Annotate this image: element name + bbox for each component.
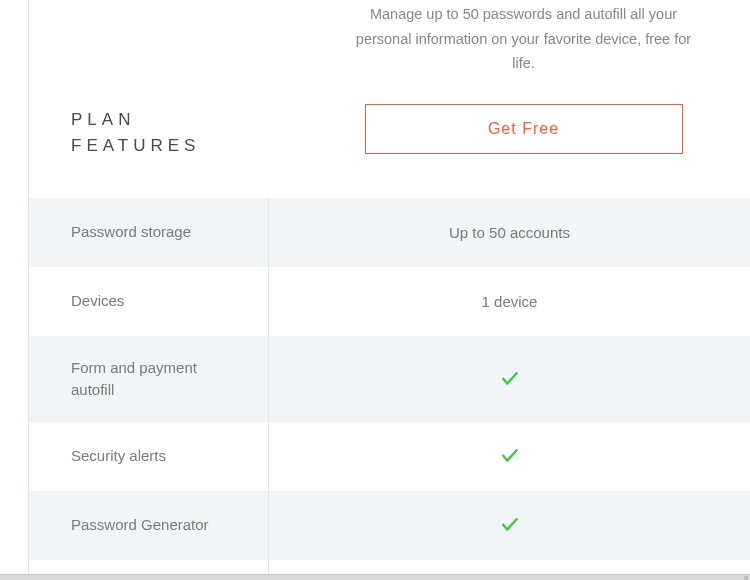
plan-header: PLAN FEATURES Manage up to 50 passwords … <box>28 0 750 198</box>
feature-value <box>269 513 750 538</box>
feature-label: Form and payment autofill <box>29 336 269 422</box>
get-free-button[interactable]: Get Free <box>365 104 683 154</box>
table-row: Devices 1 device <box>29 267 750 336</box>
table-row: Form and payment autofill <box>29 336 750 422</box>
check-icon <box>499 444 521 469</box>
feature-value: Up to 50 accounts <box>269 224 750 241</box>
feature-table: Password storage Up to 50 accounts Devic… <box>28 198 750 580</box>
check-icon <box>499 367 521 392</box>
feature-label: Password Generator <box>29 491 269 560</box>
feature-value: 1 device <box>269 293 750 310</box>
table-row: Security alerts <box>29 422 750 491</box>
feature-value <box>269 367 750 392</box>
feature-label: Security alerts <box>29 422 269 491</box>
table-row: Password Generator <box>29 491 750 560</box>
feature-value <box>269 444 750 469</box>
feature-label: Password storage <box>29 198 269 267</box>
table-row: Password storage Up to 50 accounts <box>29 198 750 267</box>
scrollbar-corner <box>744 576 748 580</box>
plan-summary-cell: Manage up to 50 passwords and autofill a… <box>269 0 750 198</box>
plan-description: Manage up to 50 passwords and autofill a… <box>354 2 694 76</box>
check-icon <box>499 513 521 538</box>
plan-features-title-cell: PLAN FEATURES <box>29 0 269 198</box>
horizontal-scrollbar[interactable] <box>0 574 750 580</box>
plan-features-title: PLAN FEATURES <box>71 107 200 158</box>
feature-label: Devices <box>29 267 269 336</box>
